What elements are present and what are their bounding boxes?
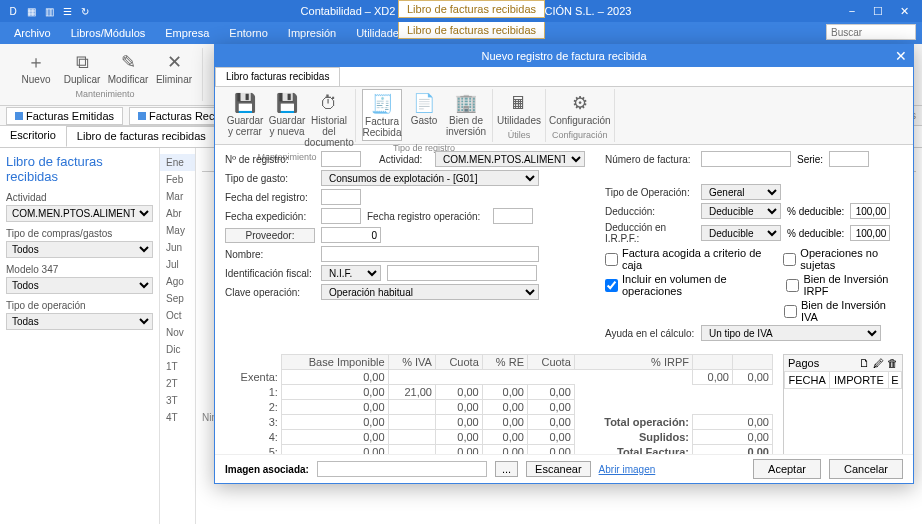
sel-ded-irpf[interactable]: Deducible [701,225,781,241]
lbl-tipo-compras: Tipo de compras/gastos [6,228,153,239]
table-row: 4:0,000,000,000,00Suplidos:0,00 [225,430,773,445]
month-item[interactable]: Jul [160,256,195,273]
btn-browse[interactable]: ... [495,461,518,477]
sel-clave-op[interactable]: Operación habitual [321,284,539,300]
modal-close-icon[interactable]: ✕ [895,48,907,64]
inp-n-registro[interactable] [321,151,361,167]
btn-guardar-cerrar[interactable]: 💾Guardar y cerrar [225,89,265,150]
ribbon-nuevo[interactable]: ＋Nuevo [14,48,58,87]
month-item[interactable]: Nov [160,324,195,341]
sel-ident-fiscal[interactable]: N.I.F. [321,265,381,281]
month-item[interactable]: 3T [160,392,195,409]
inp-fecha-reg-op[interactable] [493,208,533,224]
save-new-icon: 💾 [275,91,299,115]
btn-historial[interactable]: ⏱Historial del documento [309,89,349,150]
month-item[interactable]: Ago [160,273,195,290]
lbl-tipo-gasto: Tipo de gasto: [225,173,315,184]
chk-no-sujetas[interactable] [783,253,796,266]
edit-icon: ✎ [116,50,140,74]
chk-caja[interactable] [605,253,618,266]
month-item[interactable]: Feb [160,171,195,188]
sel-modelo[interactable]: Todos [6,277,153,294]
menu-empresa[interactable]: Empresa [155,27,219,39]
lbl-fecha-reg-op: Fecha registro operación: [367,211,487,222]
ribbon-duplicar[interactable]: ⧉Duplicar [60,48,104,87]
inp-fecha-reg[interactable] [321,189,361,205]
btn-aceptar[interactable]: Aceptar [753,459,821,479]
sel-actividad2[interactable]: COM.MEN.PTOS.ALIMENTICIOS ME [435,151,585,167]
table-row: 5:0,000,000,000,00Total Factura:0,00 [225,445,773,455]
month-item[interactable]: May [160,222,195,239]
inp-ident-fiscal[interactable] [387,265,537,281]
context-tab-bottom[interactable]: Libro de facturas recibidas [398,22,545,39]
close-icon[interactable]: ✕ [892,5,916,18]
side-tab-libro[interactable]: Libro de facturas recibidas [66,126,217,147]
chk-bien-iva[interactable] [784,305,797,318]
month-item[interactable]: 1T [160,358,195,375]
sel-actividad[interactable]: COM.MEN.PTOS.ALIMENTICIOS [6,205,153,222]
context-tab-top: Libro de facturas recibidas [398,0,545,18]
month-item[interactable]: Abr [160,205,195,222]
month-item[interactable]: 2T [160,375,195,392]
inp-proveedor[interactable] [321,227,381,243]
tb-icon-4[interactable]: ↻ [78,4,92,18]
tb-icon-3[interactable]: ☰ [60,4,74,18]
month-item[interactable]: Sep [160,290,195,307]
pagos-new-icon[interactable]: 🗋 [859,357,870,369]
sel-tipo-oper[interactable]: General [701,184,781,200]
sel-tipo-op[interactable]: Todas [6,313,153,330]
tb-icon-2[interactable]: ▥ [42,4,56,18]
inp-num-factura[interactable] [701,151,791,167]
inp-pct-ded[interactable] [850,203,890,219]
pagos-del-icon[interactable]: 🗑 [887,357,898,369]
expense-icon: 📄 [412,91,436,115]
btn-factura-recibida[interactable]: 🧾Factura Recibida [362,89,402,141]
search-input[interactable] [826,24,916,40]
month-item[interactable]: Jun [160,239,195,256]
lbl-fecha-reg: Fecha del registro: [225,192,315,203]
sel-deduccion[interactable]: Deducible [701,203,781,219]
menu-entorno[interactable]: Entorno [219,27,278,39]
lbl-ident-fiscal: Identificación fiscal: [225,268,315,279]
ribbon-eliminar[interactable]: ✕Eliminar [152,48,196,87]
inp-serie[interactable] [829,151,869,167]
inp-pct-ded2[interactable] [850,225,890,241]
inp-imagen[interactable] [317,461,487,477]
btn-escanear[interactable]: Escanear [526,461,590,477]
sel-ayuda[interactable]: Un tipo de IVA [701,325,881,341]
btn-utilidades[interactable]: 🖩Utilidades [499,89,539,128]
sel-tipo-gasto[interactable]: Consumos de explotación - [G01] [321,170,539,186]
month-item[interactable]: Mar [160,188,195,205]
minimize-icon[interactable]: − [840,5,864,18]
month-item[interactable]: 4T [160,409,195,426]
inp-nombre[interactable] [321,246,539,262]
btn-cancelar[interactable]: Cancelar [829,459,903,479]
chk-bien-irpf[interactable] [786,279,799,292]
btn-configuracion[interactable]: ⚙Configuración [560,89,600,128]
sel-tipo-compras[interactable]: Todos [6,241,153,258]
btn-guardar-nueva[interactable]: 💾Guardar y nueva [267,89,307,150]
menu-impresion[interactable]: Impresión [278,27,346,39]
month-item[interactable]: Dic [160,341,195,358]
chk-incluir-vol[interactable] [605,279,618,292]
link-abrir-imagen[interactable]: Abrir imagen [599,464,656,475]
tab-facturas-emitidas[interactable]: Facturas Emitidas [6,107,123,125]
btn-gasto[interactable]: 📄Gasto [404,89,444,141]
maximize-icon[interactable]: ☐ [866,5,890,18]
month-item[interactable]: Ene [160,154,195,171]
dot-icon [15,112,23,120]
btn-bien-inversion[interactable]: 🏢Bien de inversión [446,89,486,141]
side-tab-escritorio[interactable]: Escritorio [0,126,66,147]
tb-icon-1[interactable]: ▦ [24,4,38,18]
lbl-modelo: Modelo 347 [6,264,153,275]
month-item[interactable]: Oct [160,307,195,324]
btn-proveedor[interactable]: Proveedor: [225,228,315,243]
modal-tab-libro[interactable]: Libro facturas recibidas [215,67,340,86]
menu-archivo[interactable]: Archivo [4,27,61,39]
menu-libros[interactable]: Libros/Módulos [61,27,156,39]
plus-icon: ＋ [24,50,48,74]
inp-fecha-exp[interactable] [321,208,361,224]
ribbon-modificar[interactable]: ✎Modificar [106,48,150,87]
pagos-edit-icon[interactable]: 🖉 [873,357,884,369]
save-close-icon: 💾 [233,91,257,115]
